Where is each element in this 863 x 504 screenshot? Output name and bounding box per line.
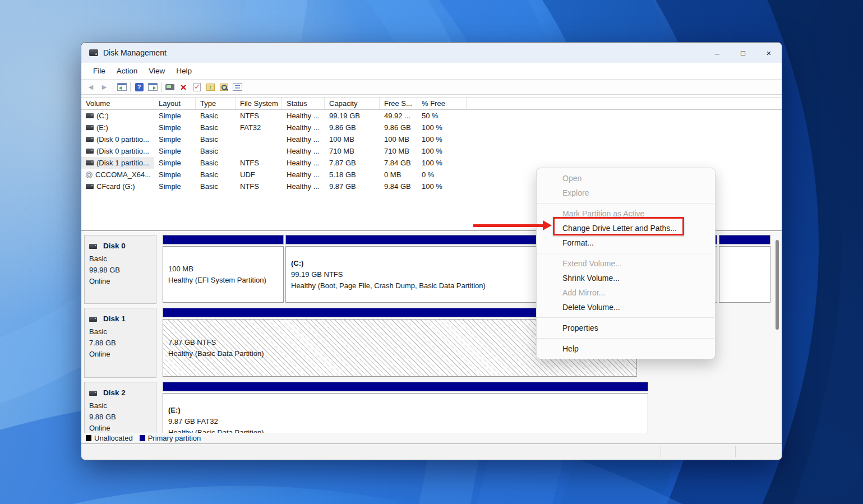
partition[interactable]: 100 MBHealthy (EFI System Partition) [163,235,284,304]
column-header-layout[interactable]: Layout [154,98,196,109]
cell-file-system: NTFS [236,157,282,169]
cell-capacity: 710 MB [325,145,380,157]
disk-name-text: Disk 0 [103,241,126,252]
cell-capacity: 99.19 GB [325,110,380,122]
volume-table-header: VolumeLayoutTypeFile SystemStatusCapacit… [81,97,782,110]
cell-capacity: 9.87 GB [325,181,380,192]
title-bar: Disk Management –□× [81,43,782,63]
partition-health: Healthy (Basic Data Partition) [168,427,643,433]
volume-row[interactable]: (Disk 0 partitio...SimpleBasicHealthy ..… [81,145,782,157]
disk-kind: Basic [89,253,156,265]
menu-separator [537,203,714,204]
partition-size: 100 MB [168,263,278,275]
column-header-file-system[interactable]: File System [236,98,282,109]
export-list-button-icon [206,84,215,91]
menu-item-explore[interactable]: Explore [537,186,715,200]
disk-icon [86,149,94,154]
partition[interactable] [719,235,770,304]
cell-capacity: 100 MB [325,133,380,145]
back-button-icon [87,82,95,91]
cell-status: Healthy ... [282,110,325,122]
menu-file[interactable]: File [87,67,111,75]
column-header-type[interactable]: Type [196,98,236,109]
disk-kind: Basic [89,326,156,337]
delete-button-icon [180,82,186,93]
cell-pct-free: 100 % [417,133,467,145]
partition-body: 100 MBHealthy (EFI System Partition) [163,246,284,303]
cell-type: Basic [196,133,236,145]
menu-item-shrink-volume[interactable]: Shrink Volume... [537,271,715,285]
menu-view[interactable]: View [143,67,170,75]
maximize-button[interactable]: □ [730,43,756,63]
disk-name: Disk 1 [89,313,156,325]
volume-row[interactable]: (E:)SimpleBasicFAT32Healthy ...9.86 GB9.… [81,122,782,133]
cell-layout: Simple [154,181,196,192]
cell-type: Basic [196,145,236,157]
disc-icon [86,172,93,178]
volume-name-cell[interactable]: CCCOMA_X64... [81,169,154,181]
partition-color-bar [163,235,284,244]
disk-icon [86,184,94,189]
forward-button[interactable] [98,80,111,94]
menu-item-extend-volume[interactable]: Extend Volume... [537,256,715,271]
volume-context-menu: OpenExploreMark Partition as ActiveChang… [536,168,716,359]
disk-label-disk-2[interactable]: Disk 2Basic9.88 GBOnline [84,382,156,433]
volume-row[interactable]: (C:)SimpleBasicNTFSHealthy ...99.19 GB49… [81,110,782,122]
back-button[interactable] [84,80,98,94]
launch-item-button-icon [165,84,174,90]
cell-free-space: 7.84 GB [380,157,417,169]
show-action-pane-button[interactable] [146,80,159,94]
menu-item-help[interactable]: Help [537,341,715,356]
column-header-free[interactable]: % Free [417,98,467,109]
find-button[interactable] [217,80,230,94]
volume-name: (C:) [96,112,109,120]
volume-row[interactable]: (Disk 1 partitio...SimpleBasicNTFSHealth… [81,157,782,169]
volume-name-cell[interactable]: (Disk 0 partitio... [81,145,154,157]
disk-name: Disk 0 [89,241,156,252]
close-button[interactable]: × [756,43,782,63]
menu-bar: FileActionViewHelp [81,63,782,79]
cell-status: Healthy ... [282,133,325,145]
volume-name-cell[interactable]: (Disk 1 partitio... [81,157,154,169]
menu-item-add-mirror[interactable]: Add Mirror... [537,285,715,300]
volume-name-cell[interactable]: (Disk 0 partitio... [81,133,154,145]
menu-item-properties[interactable]: Properties [537,321,715,335]
menu-item-open[interactable]: Open [537,171,715,186]
find-button-icon [220,84,228,91]
window-controls: –□× [704,43,782,63]
column-header-free-s[interactable]: Free S... [380,98,417,109]
volume-name-cell[interactable]: (C:) [81,110,154,122]
cell-status: Healthy ... [282,157,325,169]
menu-item-format[interactable]: Format... [537,235,715,250]
delete-button[interactable] [177,80,190,94]
cell-free-space: 100 MB [380,133,417,145]
volume-name: (Disk 1 partitio... [96,159,149,167]
partition-e[interactable]: (E:)9.87 GB FAT32Healthy (Basic Data Par… [163,382,648,433]
volume-name-cell[interactable]: (E:) [81,122,154,133]
menu-help[interactable]: Help [170,67,197,75]
disk-icon [89,391,97,396]
menu-item-delete-volume[interactable]: Delete Volume... [537,300,715,315]
help-button[interactable] [132,80,146,94]
disk-label-disk-0[interactable]: Disk 0Basic99.98 GBOnline [84,235,156,304]
menu-action[interactable]: Action [111,67,144,75]
disk-icon [89,317,97,322]
launch-item-button[interactable] [163,80,177,94]
partition-body: (E:)9.87 GB FAT32Healthy (Basic Data Par… [163,393,648,433]
menu-separator [537,338,714,339]
column-header-status[interactable]: Status [282,98,325,109]
mark-active-button[interactable] [190,80,204,94]
disk-label-disk-1[interactable]: Disk 1Basic7.88 GBOnline [84,308,156,378]
volume-row[interactable]: (Disk 0 partitio...SimpleBasicHealthy ..… [81,133,782,145]
properties-button[interactable] [230,80,244,94]
cell-capacity: 9.86 GB [325,122,380,133]
legend-label: Unallocated [94,434,133,442]
volume-name-cell[interactable]: CFcard (G:) [81,181,154,192]
cell-free-space: 9.84 GB [380,181,417,192]
export-list-button[interactable] [204,80,217,94]
column-header-capacity[interactable]: Capacity [325,98,380,109]
show-console-tree-button[interactable] [115,80,128,94]
disk-status: Online [89,423,156,433]
column-header-volume[interactable]: Volume [81,98,154,109]
minimize-button[interactable]: – [704,43,730,63]
